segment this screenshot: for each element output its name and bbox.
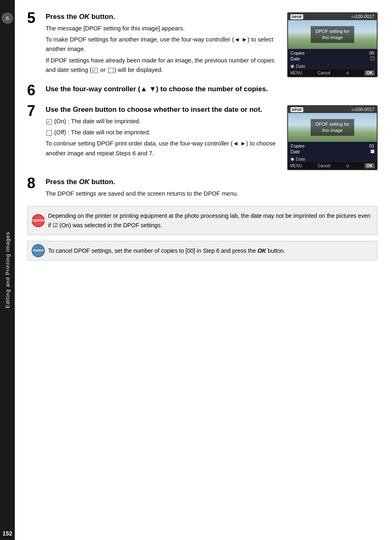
cam1-frame-number: ▭100-0017 — [351, 14, 375, 19]
chapter-number: 6 — [2, 12, 13, 24]
step-7-text: Use the Green button to choose whether t… — [46, 105, 281, 160]
step-5-body: The message [DPOF setting for this image… — [46, 24, 281, 75]
step-5-ok: OK — [79, 13, 90, 21]
cam2-settings: Copies 01 Date — [288, 142, 377, 156]
step-7-image: DPOF ▭100-0017 DPOF setting for this ima… — [287, 105, 378, 170]
chapter-label: Editing and Printing Images — [5, 232, 11, 308]
cam2-copies-row: Copies 01 — [291, 143, 374, 149]
step7-check-on — [46, 119, 52, 125]
cam2-image-area: DPOF setting for this image — [288, 113, 377, 142]
memo-note: memo To cancel DPOF settings, set the nu… — [27, 241, 378, 261]
cam1-overlay-line2: this image — [316, 35, 349, 41]
cam1-date-unchecked — [371, 57, 374, 60]
cam1-menu-label: MENU — [290, 71, 302, 75]
step-5-title-prefix: Press the — [46, 13, 79, 21]
cam1-settings: Copies 00 Date — [288, 49, 377, 63]
cam1-ok-button: OK — [364, 70, 375, 76]
camera-screen-1: DPOF ▭100-0017 DPOF setting for this ima… — [287, 12, 378, 77]
caution-icon: Caution — [32, 214, 45, 227]
cam2-copies-label: Copies — [291, 143, 304, 148]
cam1-copies-value: 00 — [369, 51, 374, 55]
cam2-date-checkbox — [371, 149, 374, 154]
main-content: 5 Press the OK button. The message [DPOF… — [15, 0, 392, 540]
cam2-date-indicator: Date — [288, 156, 377, 162]
check-icon-filled — [92, 68, 98, 73]
step-8-ok: OK — [79, 178, 90, 186]
step-8-content: Press the OK button. The DPOF settings a… — [46, 178, 378, 198]
cam1-overlay-line1: DPOF setting for — [316, 28, 349, 35]
step-7-body: (On) : The date will be imprinted. (Off)… — [46, 117, 281, 158]
step7-check-off — [46, 130, 52, 136]
cam1-radio-filled — [291, 65, 294, 68]
step-5-text: Press the OK button. The message [DPOF s… — [46, 12, 281, 76]
step-8-body-text: The DPOF settings are saved and the scre… — [46, 189, 378, 198]
cam2-overlay-line1: DPOF setting for — [316, 121, 349, 127]
cam2-date-checked — [371, 150, 374, 153]
step-8-title-prefix: Press the — [46, 178, 79, 186]
cam1-bottom-bar: MENU Cancel ⊙ OK — [288, 69, 377, 76]
step-8-title: Press the OK button. — [46, 178, 378, 187]
sidebar: 6 Editing and Printing Images 152 — [0, 0, 15, 540]
check-icon-empty — [108, 68, 113, 73]
memo-text-suffix: button. — [266, 247, 286, 254]
cam2-bottom-bar: MENU Cancel ⊙ OK — [288, 162, 377, 169]
camera-screen-2: DPOF ▭100-0017 DPOF setting for this ima… — [287, 105, 378, 170]
cam2-date-label: Date — [291, 149, 300, 154]
cam1-top-bar: DPOF ▭100-0017 — [288, 13, 377, 20]
cam1-date-indicator: Date — [288, 63, 377, 69]
cam1-copies-row: Copies 00 — [291, 50, 374, 56]
cam2-cancel-label: Cancel — [318, 164, 330, 168]
step-7-row: 7 Use the Green button to choose whether… — [27, 105, 378, 170]
memo-text: To cancel DPOF settings, set the number … — [48, 246, 371, 255]
step-7-line-1: (On) : The date will be imprinted. — [46, 117, 281, 126]
page-number: 152 — [0, 527, 15, 540]
step-7-title: Use the Green button to choose whether t… — [46, 105, 281, 114]
step-5-title-suffix: button. — [90, 13, 115, 21]
cam1-date-label: Date — [291, 56, 300, 61]
step-5-number: 5 — [27, 11, 46, 25]
step-8-title-suffix: button. — [90, 178, 115, 186]
cam1-dpof-icon: DPOF — [291, 14, 303, 19]
cam1-overlay: DPOF setting for this image — [311, 26, 354, 43]
step-6-content: Use the four-way controller (▲ ▼) to cho… — [46, 85, 378, 96]
caution-text: Depending on the printer or printing equ… — [48, 211, 371, 230]
cam2-dpof-icon: DPOF — [291, 107, 303, 112]
step-7-content: Use the Green button to choose whether t… — [46, 105, 378, 170]
memo-icon: memo — [32, 244, 45, 257]
step-5-line-2: To make DPOF settings for another image,… — [46, 35, 281, 54]
step-5-row: 5 Press the OK button. The message [DPOF… — [27, 12, 378, 77]
cam2-menu-label: MENU — [290, 164, 302, 168]
cam1-date-row: Date — [291, 56, 374, 62]
cam2-frame-number: ▭100-0017 — [351, 107, 375, 112]
cam2-date-row: Date — [291, 149, 374, 155]
step-6-row: 6 Use the four-way controller (▲ ▼) to c… — [27, 85, 378, 98]
step-6-number: 6 — [27, 83, 46, 98]
cam1-nav-icon: ⊙ — [346, 71, 349, 75]
step-7-number: 7 — [27, 104, 46, 118]
cam2-copies-value: 01 — [369, 143, 374, 148]
cam1-date-checkbox — [371, 56, 374, 61]
memo-text-prefix: To cancel DPOF settings, set the number … — [48, 247, 258, 254]
cam2-overlay: DPOF setting for this image — [311, 119, 354, 136]
cam1-copies-label: Copies — [291, 51, 304, 55]
cam2-radio-filled — [291, 157, 294, 161]
step-5-content: Press the OK button. The message [DPOF s… — [46, 12, 378, 77]
cam2-top-bar: DPOF ▭100-0017 — [288, 106, 377, 113]
step-5-with-image: Press the OK button. The message [DPOF s… — [46, 12, 378, 77]
step-6-title: Use the four-way controller (▲ ▼) to cho… — [46, 85, 378, 94]
cam1-image-area: DPOF setting for this image — [288, 20, 377, 49]
cam2-nav-icon: ⊙ — [346, 164, 349, 168]
step-7-line-2: (Off) : The date will not be imprinted. — [46, 128, 281, 137]
step-7-with-image: Use the Green button to choose whether t… — [46, 105, 378, 170]
step-5-line-1: The message [DPOF setting for this image… — [46, 24, 281, 33]
cam1-cancel-label: Cancel — [318, 71, 330, 75]
memo-ok: OK — [258, 247, 266, 254]
step-5-image: DPOF ▭100-0017 DPOF setting for this ima… — [287, 12, 378, 77]
cam2-overlay-line2: this image — [316, 127, 349, 134]
step-7-line-3: To continue setting DPOF print order dat… — [46, 139, 281, 158]
step-5-line-3: If DPOF settings have already been made … — [46, 56, 281, 75]
cam2-ok-button: OK — [364, 163, 375, 168]
cam2-date-text: Date — [296, 157, 305, 162]
step-8-number: 8 — [27, 176, 46, 191]
cam1-date-text: Date — [296, 64, 305, 69]
